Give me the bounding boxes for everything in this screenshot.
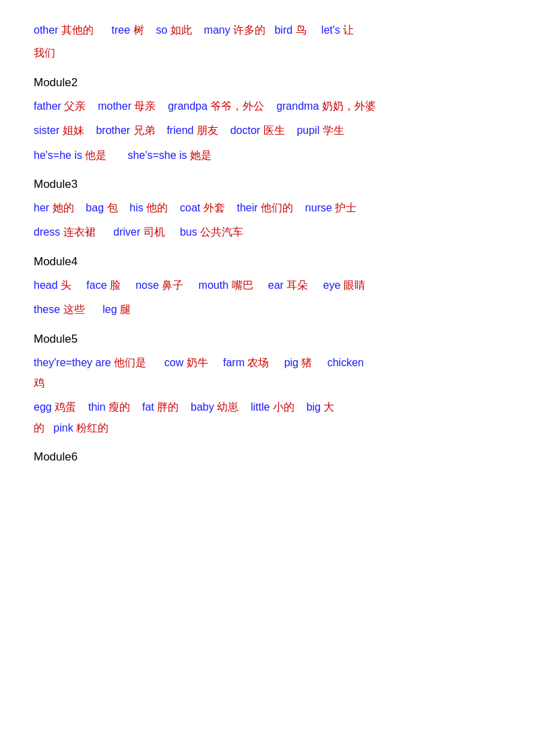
module2-line2: sister 姐妹 brother 兄弟 friend 朋友 doctor 医生… xyxy=(34,121,501,141)
word-shes-zh: 她是 xyxy=(187,149,212,161)
word-pig-zh: 猪 xyxy=(298,357,312,368)
word-his-zh: 他的 xyxy=(144,202,168,213)
word-chicken-en: chicken xyxy=(327,357,364,368)
word-fat-zh: 胖的 xyxy=(154,401,179,413)
word-face-zh: 脸 xyxy=(107,279,121,291)
word-coat-en: coat xyxy=(180,202,200,213)
word-farm-zh: 农场 xyxy=(245,357,269,368)
module5-line1: they're=they are 他们是 cow 奶牛 farm 农场 pig … xyxy=(34,353,501,373)
word-nurse-en: nurse xyxy=(305,202,332,213)
word-many-zh: 许多的 xyxy=(230,24,265,36)
word-so-en: so xyxy=(156,24,167,36)
word-sister-zh: 姐妹 xyxy=(59,125,84,136)
word-many-en: many xyxy=(204,24,230,36)
word-leg-zh: 腿 xyxy=(117,304,131,315)
module4-line2: these 这些 leg 腿 xyxy=(34,300,501,320)
word-grandpa-zh: 爷爷，外公 xyxy=(208,100,264,112)
module2-line1: father 父亲 mother 母亲 grandpa 爷爷，外公 grandm… xyxy=(34,96,501,116)
module5-title: Module5 xyxy=(34,333,501,346)
word-face-en: face xyxy=(86,279,106,291)
word-bus-zh: 公共汽车 xyxy=(197,226,243,238)
word-grandpa-en: grandpa xyxy=(168,100,208,112)
word-lets-en: let's xyxy=(321,24,340,36)
module3-line1: her 她的 bag 包 his 他的 coat 外套 their 他们的 nu… xyxy=(34,198,501,218)
word-little-en: little xyxy=(251,401,270,413)
word-theyre-zh: 他们是 xyxy=(111,357,146,368)
word-other-en: other xyxy=(34,24,58,36)
word-head-en: head xyxy=(34,279,58,291)
word-bus-en: bus xyxy=(180,226,197,238)
word-ear-zh: 耳朵 xyxy=(284,279,308,291)
word-her-zh: 她的 xyxy=(49,202,73,213)
word-egg-en: egg xyxy=(34,401,52,413)
word-friend-zh: 朋友 xyxy=(193,125,218,136)
word-baby-en: baby xyxy=(191,401,214,413)
word-their-zh: 他们的 xyxy=(258,202,293,213)
intro-section: other 其他的 tree 树 so 如此 many 许多的 bird 鸟 l… xyxy=(34,20,501,40)
word-these-zh: 这些 xyxy=(60,304,84,315)
word-brother-zh: 兄弟 xyxy=(130,125,154,136)
word-coat-zh: 外套 xyxy=(200,202,224,213)
word-bag-zh: 包 xyxy=(104,202,117,213)
word-other-zh: 其他的 xyxy=(58,24,93,36)
word-doctor-en: doctor xyxy=(230,125,260,136)
word-bag-en: bag xyxy=(86,202,104,213)
word-theyre-en: they're=they are xyxy=(34,357,111,368)
module3-section: Module3 her 她的 bag 包 his 他的 coat 外套 thei… xyxy=(34,178,501,243)
word-little-zh: 小的 xyxy=(270,401,294,413)
word-tree-zh: 树 xyxy=(130,24,144,36)
module4-title: Module4 xyxy=(34,255,501,269)
word-lets-zh2: 我们 xyxy=(34,47,55,59)
module3-title: Module3 xyxy=(34,178,501,191)
intro-line2: 我们 xyxy=(34,43,501,63)
word-nose-en: nose xyxy=(135,279,159,291)
word-baby-zh: 幼崽 xyxy=(214,401,239,413)
word-mother-en: mother xyxy=(98,100,131,112)
word-sister-en: sister xyxy=(34,125,59,136)
word-grandma-zh: 奶奶，外婆 xyxy=(319,100,375,112)
word-father-en: father xyxy=(34,100,61,112)
word-dress-en: dress xyxy=(34,226,60,238)
word-ear-en: ear xyxy=(268,279,284,291)
word-eye-en: eye xyxy=(323,279,341,291)
word-big-en: big xyxy=(307,401,321,413)
word-hes-en: he's=he is xyxy=(34,149,82,161)
word-big-zh2: 的 xyxy=(34,422,44,434)
word-chicken-zh: 鸡 xyxy=(34,377,44,388)
word-pupil-en: pupil xyxy=(296,125,319,136)
word-his-en: his xyxy=(129,202,143,213)
word-mouth-en: mouth xyxy=(199,279,228,291)
word-nose-zh: 鼻子 xyxy=(159,279,183,291)
module6-section: Module6 xyxy=(34,450,501,464)
word-cow-zh: 奶牛 xyxy=(183,357,208,368)
word-father-zh: 父亲 xyxy=(61,100,86,112)
word-farm-en: farm xyxy=(223,357,245,368)
word-tree-en: tree xyxy=(112,24,131,36)
word-hes-zh: 他是 xyxy=(82,149,106,161)
module5-section: Module5 they're=they are 他们是 cow 奶牛 farm… xyxy=(34,333,501,439)
module2-title: Module2 xyxy=(34,76,501,90)
module5-line1b: 鸡 xyxy=(34,373,501,393)
word-bird-en: bird xyxy=(274,24,292,36)
word-thin-en: thin xyxy=(88,401,106,413)
word-their-en: their xyxy=(237,202,257,213)
word-her-en: her xyxy=(34,202,49,213)
word-doctor-zh: 医生 xyxy=(260,125,284,136)
word-driver-en: driver xyxy=(113,226,140,238)
word-shes-en: she's=she is xyxy=(128,149,187,161)
module3-line2: dress 连衣裙 driver 司机 bus 公共汽车 xyxy=(34,222,501,242)
word-mother-zh: 母亲 xyxy=(131,100,156,112)
word-these-en: these xyxy=(34,304,60,315)
word-driver-zh: 司机 xyxy=(140,226,164,238)
word-head-zh: 头 xyxy=(58,279,71,291)
word-nurse-zh: 护士 xyxy=(332,202,356,213)
module5-line2b: 的 pink 粉红的 xyxy=(34,418,501,438)
module4-line1: head 头 face 脸 nose 鼻子 mouth 嘴巴 ear 耳朵 ey… xyxy=(34,275,501,296)
module2-line3: he's=he is 他是 she's=she is 她是 xyxy=(34,145,501,166)
word-brother-en: brother xyxy=(96,125,130,136)
word-so-zh: 如此 xyxy=(167,24,191,36)
word-thin-zh: 瘦的 xyxy=(106,401,130,413)
word-big-zh: 大 xyxy=(321,401,334,413)
word-bird-zh: 鸟 xyxy=(292,24,306,36)
word-dress-zh: 连衣裙 xyxy=(60,226,95,238)
